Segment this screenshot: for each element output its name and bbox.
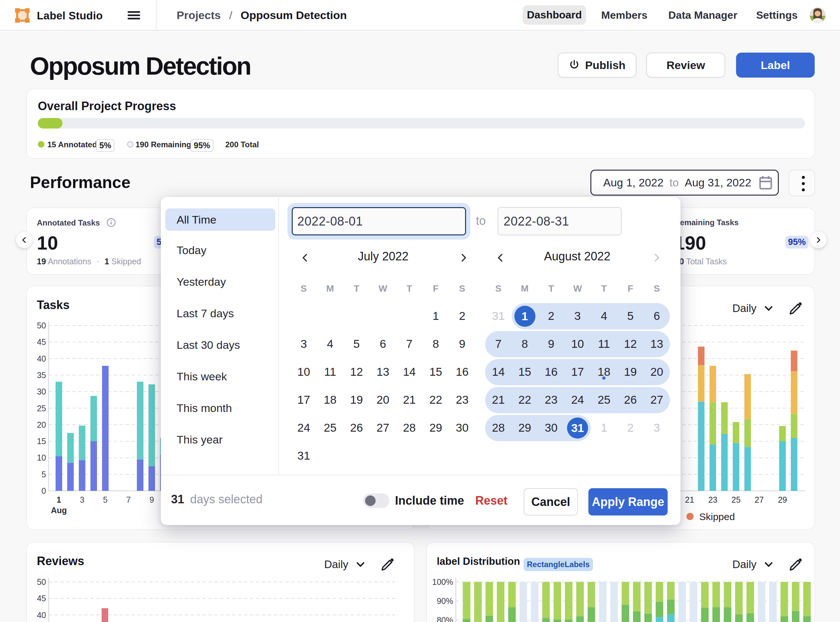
svg-text:50: 50 (37, 321, 46, 330)
svg-text:40: 40 (37, 354, 46, 363)
svg-text:30: 30 (37, 387, 46, 396)
svg-text:45: 45 (37, 594, 46, 603)
svg-text:0: 0 (41, 486, 46, 495)
svg-text:35: 35 (37, 370, 46, 380)
svg-text:Aug: Aug (51, 506, 67, 515)
svg-text:1: 1 (57, 495, 61, 504)
svg-text:20: 20 (37, 420, 46, 429)
svg-text:25: 25 (37, 404, 46, 413)
svg-text:5: 5 (103, 495, 108, 504)
svg-text:23: 23 (708, 495, 717, 504)
svg-text:80%: 80% (437, 616, 453, 622)
svg-text:90%: 90% (437, 596, 453, 605)
svg-text:15: 15 (37, 437, 46, 446)
svg-text:45: 45 (37, 337, 46, 346)
svg-text:100%: 100% (432, 577, 453, 587)
svg-text:21: 21 (685, 495, 694, 504)
svg-text:3: 3 (80, 495, 84, 504)
svg-text:10: 10 (37, 453, 46, 462)
svg-text:27: 27 (755, 495, 764, 504)
svg-text:40: 40 (37, 610, 46, 620)
svg-text:5: 5 (41, 470, 46, 479)
svg-text:Skipped: Skipped (699, 511, 735, 522)
svg-text:50: 50 (37, 577, 46, 587)
svg-text:25: 25 (732, 495, 741, 504)
svg-text:29: 29 (778, 495, 787, 504)
svg-text:9: 9 (149, 495, 154, 504)
svg-text:7: 7 (126, 495, 131, 504)
